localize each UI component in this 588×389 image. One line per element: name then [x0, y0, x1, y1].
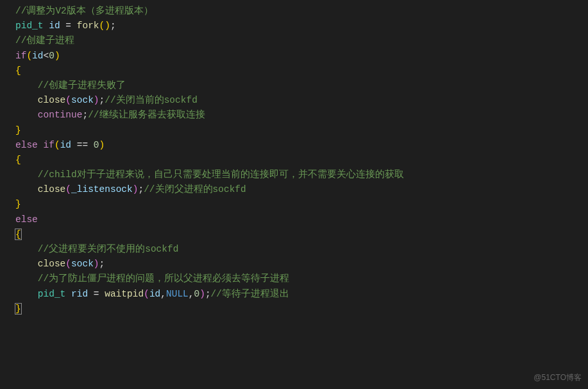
- code-line: //创建子进程失败了: [15, 78, 588, 93]
- open-paren: (: [65, 184, 71, 195]
- comment-text: //等待子进程退出: [211, 289, 289, 299]
- function-call: fork: [77, 21, 99, 31]
- else-keyword: else: [15, 214, 38, 225]
- comment-text: //父进程要关闭不使用的sockfd: [38, 244, 179, 254]
- code-line: //父进程要关闭不使用的sockfd: [15, 242, 588, 257]
- number-literal: 0: [94, 140, 99, 150]
- semicolon: ;: [82, 110, 88, 120]
- type-keyword: pid_t: [38, 289, 66, 299]
- semicolon: ;: [110, 21, 116, 31]
- close-brace-highlighted: }: [15, 303, 22, 315]
- code-line: }: [15, 123, 588, 138]
- code-line: close(_listensock);//关闭父进程的sockfd: [15, 182, 588, 197]
- open-brace-highlighted: {: [15, 229, 22, 240]
- open-brace: {: [15, 155, 21, 165]
- code-line: if(id<0): [15, 49, 588, 64]
- number-literal: 0: [194, 289, 200, 299]
- code-line: //为了防止僵尸进程的问题，所以父进程必须去等待子进程: [15, 272, 588, 286]
- if-keyword: if: [38, 140, 55, 150]
- close-paren: ): [99, 140, 105, 150]
- comment-text: //关闭当前的sockfd: [105, 95, 197, 105]
- operator: =: [65, 21, 76, 31]
- identifier: id: [32, 51, 43, 61]
- code-line: close(sock);: [15, 257, 588, 272]
- null-constant: NULL: [166, 289, 189, 299]
- open-paren: (: [55, 140, 60, 150]
- number-literal: 0: [49, 51, 55, 61]
- comma: ,: [160, 289, 166, 299]
- else-keyword: else: [15, 140, 38, 150]
- comment-text: //创建子进程失败了: [38, 80, 126, 91]
- operator: <: [44, 51, 49, 61]
- code-line: else: [15, 212, 588, 227]
- identifier: _listensock: [71, 184, 133, 195]
- comment-text: //关闭父进程的sockfd: [144, 184, 246, 195]
- semicolon: ;: [205, 289, 211, 299]
- identifier: id: [44, 21, 66, 31]
- close-brace: }: [15, 125, 21, 135]
- semicolon: ;: [99, 259, 105, 269]
- watermark-text: @51CTO博客: [533, 372, 582, 384]
- close-paren: ): [199, 289, 205, 299]
- identifier: id: [149, 289, 160, 299]
- close-paren: ): [55, 51, 60, 61]
- code-line: close(sock);//关闭当前的sockfd: [15, 93, 588, 108]
- code-line: {: [15, 153, 588, 168]
- type-keyword: pid_t: [15, 21, 44, 31]
- open-paren: (: [144, 289, 149, 299]
- comma: ,: [189, 289, 194, 299]
- comment-text: //调整为V2版本（多进程版本）: [15, 6, 153, 16]
- function-call: close: [38, 95, 66, 105]
- parentheses: (): [99, 21, 110, 31]
- identifier: sock: [71, 95, 94, 105]
- code-line: {: [15, 64, 588, 78]
- semicolon: ;: [99, 95, 105, 105]
- code-line: }: [15, 197, 588, 212]
- function-call: close: [38, 184, 66, 195]
- code-line: pid_t id = fork();: [15, 19, 588, 33]
- code-line: else if(id == 0): [15, 138, 588, 153]
- identifier: sock: [71, 259, 94, 269]
- open-paren: (: [65, 259, 71, 269]
- close-paren: ): [94, 259, 99, 269]
- code-line: }: [15, 302, 588, 316]
- identifier: rid: [65, 289, 94, 299]
- continue-keyword: continue: [38, 110, 83, 120]
- function-call: waitpid: [105, 289, 144, 299]
- operator: =: [94, 289, 105, 299]
- code-line: continue;//继续让服务器去获取连接: [15, 108, 588, 123]
- code-editor[interactable]: //调整为V2版本（多进程版本） pid_t id = fork(); //创建…: [0, 4, 588, 316]
- open-brace: {: [15, 65, 21, 76]
- operator: ==: [77, 140, 94, 150]
- code-line: //调整为V2版本（多进程版本）: [15, 4, 588, 19]
- identifier: id: [60, 140, 77, 150]
- comment-text: //为了防止僵尸进程的问题，所以父进程必须去等待子进程: [38, 273, 289, 284]
- code-line: //创建子进程: [15, 33, 588, 48]
- function-call: close: [38, 259, 66, 269]
- comment-text: //创建子进程: [15, 35, 74, 46]
- code-line: {: [15, 227, 588, 242]
- semicolon: ;: [138, 184, 144, 195]
- open-paren: (: [26, 51, 32, 61]
- close-paren: ): [94, 95, 99, 105]
- open-paren: (: [65, 95, 71, 105]
- code-line: //child对于子进程来说，自己只需要处理当前的连接即可，并不需要关心连接的获…: [15, 168, 588, 182]
- close-brace: }: [15, 199, 21, 209]
- code-line: pid_t rid = waitpid(id,NULL,0);//等待子进程退出: [15, 287, 588, 302]
- if-keyword: if: [15, 51, 26, 61]
- comment-text: //child对于子进程来说，自己只需要处理当前的连接即可，并不需要关心连接的获…: [38, 169, 404, 180]
- comment-text: //继续让服务器去获取连接: [88, 110, 205, 120]
